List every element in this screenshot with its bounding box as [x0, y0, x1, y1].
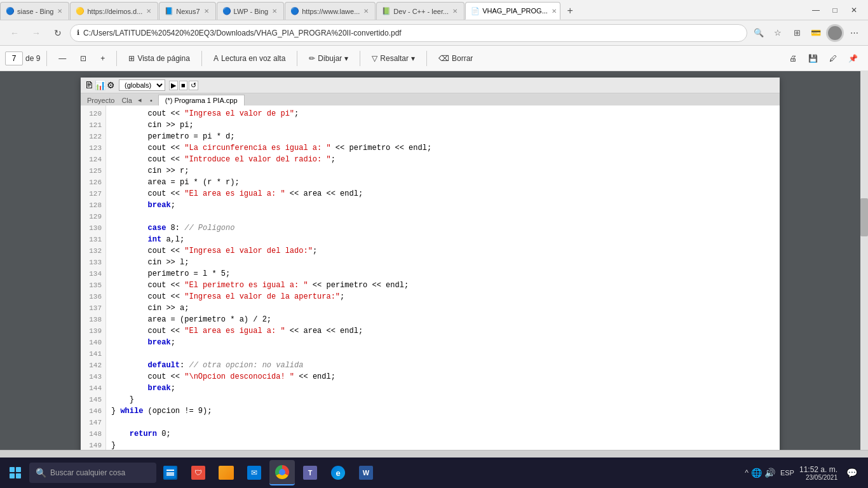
language-indicator[interactable]: ESP — [780, 469, 794, 477]
tab-close-btn[interactable]: ✕ — [203, 8, 210, 15]
ide-panel-cla[interactable]: Cla — [119, 95, 135, 105]
address-actions: 🔍 ☆ ⊞ 💳 ⋯ — [750, 24, 863, 42]
new-tab-button[interactable]: + — [561, 2, 579, 20]
page-total: de 9 — [25, 54, 40, 63]
system-clock[interactable]: 11:52 a. m. 23/05/2021 — [799, 465, 837, 481]
scrollbar-thumb[interactable] — [860, 198, 868, 236]
pdf-viewer[interactable]: 🖹 📊 ⚙ (globals) ▶ ■ ↺ — [0, 71, 860, 450]
tab-lawe[interactable]: 🔵 https://www.lawe... ✕ — [285, 2, 376, 20]
highlight-button[interactable]: ▽ Resaltar ▾ — [367, 50, 420, 67]
search-icon[interactable]: 🔍 — [750, 24, 768, 42]
close-button[interactable]: ✕ — [845, 1, 863, 19]
read-aloud-button[interactable]: A Lectura en voz alta — [208, 50, 290, 67]
save-button[interactable]: 💾 — [803, 50, 823, 67]
view-page-button[interactable]: ⊞ Vista de página — [123, 50, 195, 67]
tab-close-btn[interactable]: ✕ — [362, 8, 370, 15]
line-num: 134 — [85, 268, 102, 280]
tab-siase-bing[interactable]: 🔵 siase - Bing ✕ — [0, 2, 69, 20]
draw-chevron-icon: ▾ — [344, 54, 348, 63]
line-num: 131 — [85, 234, 102, 245]
line-num: 126 — [85, 177, 102, 188]
title-bar: 🔵 siase - Bing ✕ 🟡 https://deimos.d... ✕… — [0, 0, 868, 20]
code-line: cout << "Ingresa el valor de la apertura… — [111, 291, 775, 302]
line-numbers: 120 121 122 123 124 125 126 127 128 129 … — [81, 105, 106, 450]
taskbar-app-store[interactable] — [158, 460, 183, 485]
code-line: cout << "El area es igual a: " << area <… — [111, 188, 775, 200]
zoom-in-button[interactable]: + — [95, 50, 110, 67]
code-line: perimetro = pi * d; — [111, 131, 775, 142]
start-button[interactable] — [3, 460, 28, 485]
page-number-input[interactable] — [5, 51, 23, 65]
taskbar-app-teams[interactable]: T — [297, 460, 323, 485]
tab-close-btn[interactable]: ✕ — [145, 8, 153, 15]
tab-close-btn[interactable]: ✕ — [271, 8, 278, 15]
tab-lwp-bing[interactable]: 🔵 LWP - Bing ✕ — [217, 2, 285, 20]
tab-vhag-pdf[interactable]: 📄 VHAG_PIA_PROG... ✕ — [465, 2, 560, 20]
url-bar[interactable]: ℹ C:/Users/LATITUDE%205420%20EQ3/Downloa… — [70, 24, 747, 42]
line-num: 122 — [85, 131, 102, 142]
code-line: } — [111, 440, 775, 450]
tab-close-btn[interactable]: ✕ — [550, 8, 558, 15]
taskbar-search[interactable]: 🔍 Buscar cualquier cosa — [29, 463, 156, 483]
volume-icon[interactable]: 🔊 — [764, 468, 775, 478]
taskbar-app-word[interactable]: W — [353, 460, 379, 485]
draw-button[interactable]: ✏ Dibujar ▾ — [304, 50, 353, 67]
collections-icon[interactable]: ⊞ — [788, 24, 806, 42]
line-num: 130 — [85, 222, 102, 234]
favorites-icon[interactable]: ☆ — [769, 24, 787, 42]
back-button[interactable]: ← — [5, 24, 24, 43]
wallet-icon[interactable]: 💳 — [807, 24, 825, 42]
forward-button[interactable]: → — [27, 24, 46, 43]
tab-nexus7[interactable]: 📘 Nexus7 ✕ — [159, 2, 215, 20]
ide-container: 🖹 📊 ⚙ (globals) ▶ ■ ↺ — [81, 78, 780, 450]
taskbar-app-edge[interactable]: e — [325, 460, 351, 485]
line-num: 137 — [85, 302, 102, 314]
erase-label: Borrar — [452, 54, 473, 63]
line-num: 147 — [85, 417, 102, 428]
zoom-out-button[interactable]: — — [53, 50, 71, 67]
erase-icon: ⌫ — [438, 54, 449, 63]
network-icon[interactable]: 🌐 — [751, 468, 762, 478]
minimize-button[interactable]: — — [807, 1, 825, 19]
maximize-button[interactable]: □ — [826, 1, 844, 19]
file-tab[interactable]: (*) Programa 1 PIA.cpp — [158, 95, 245, 105]
vertical-scrollbar[interactable] — [860, 71, 868, 450]
pen-button[interactable]: 🖊 — [824, 50, 842, 67]
fit-page-button[interactable]: ⊡ — [75, 50, 92, 67]
line-num: 128 — [85, 200, 102, 211]
notification-button[interactable]: 💬 — [843, 464, 860, 482]
profile-button[interactable] — [826, 24, 844, 42]
taskbar-app-mail[interactable]: ✉ — [241, 460, 267, 485]
pdf-toolbar: de 9 — ⊡ + ⊞ Vista de página A Lectura e… — [0, 46, 868, 71]
chevron-up-icon[interactable]: ^ — [745, 468, 749, 477]
ide-icon-1: 🖹 — [85, 80, 93, 90]
window-controls: — □ ✕ — [802, 1, 868, 19]
line-num: 124 — [85, 154, 102, 165]
settings-icon[interactable]: ⋯ — [845, 24, 863, 42]
tab-favicon: 📘 — [165, 7, 173, 15]
tab-deimos[interactable]: 🟡 https://deimos.d... ✕ — [70, 2, 158, 20]
tab-close-btn[interactable]: ✕ — [451, 8, 459, 15]
taskbar-app-shield[interactable]: 🛡 — [186, 460, 211, 485]
highlight-chevron-icon: ▾ — [411, 54, 415, 63]
code-line — [111, 417, 775, 428]
refresh-button[interactable]: ↻ — [48, 24, 67, 43]
word-icon: W — [359, 466, 373, 480]
taskbar-app-chrome[interactable] — [269, 460, 295, 485]
erase-button[interactable]: ⌫ Borrar — [433, 50, 478, 67]
toolbar-divider5 — [360, 51, 360, 66]
line-num: 123 — [85, 142, 102, 154]
globals-dropdown[interactable]: (globals) — [119, 79, 165, 91]
tab-label: LWP - Bing — [234, 8, 269, 15]
code-line: break; — [111, 200, 775, 211]
tab-dev-cpp[interactable]: 📗 Dev - C++ - leer... ✕ — [376, 2, 465, 20]
tab-close-btn[interactable]: ✕ — [56, 8, 64, 15]
pin-button[interactable]: 📌 — [843, 50, 863, 67]
print-button[interactable]: 🖨 — [784, 50, 802, 67]
code-content[interactable]: cout << "Ingresa el valor de pi"; cin >>… — [106, 105, 780, 450]
code-line: cout << "El area es igual a: " << area <… — [111, 325, 775, 337]
view-label: Vista de página — [137, 54, 190, 63]
horizontal-scrollbar[interactable] — [0, 450, 868, 458]
taskbar-app-files[interactable] — [214, 460, 239, 485]
code-line — [111, 211, 775, 222]
